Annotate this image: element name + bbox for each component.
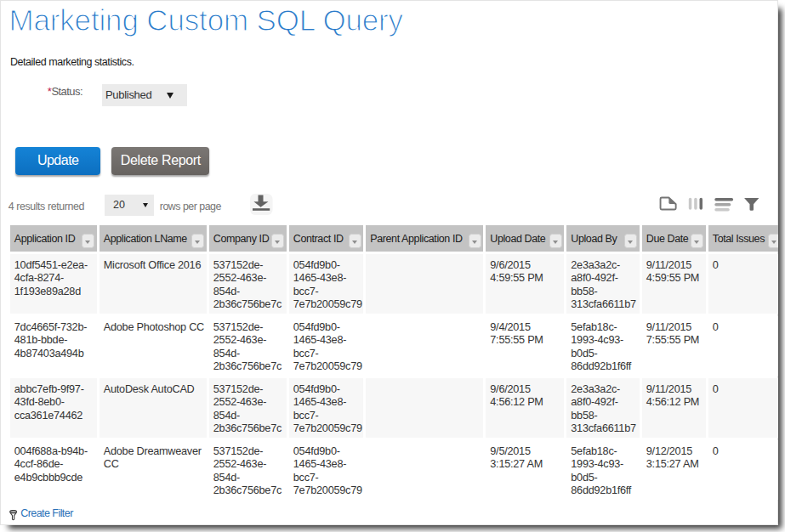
svg-text:Marketing Custom SQL Query: Marketing Custom SQL Query xyxy=(9,4,403,37)
